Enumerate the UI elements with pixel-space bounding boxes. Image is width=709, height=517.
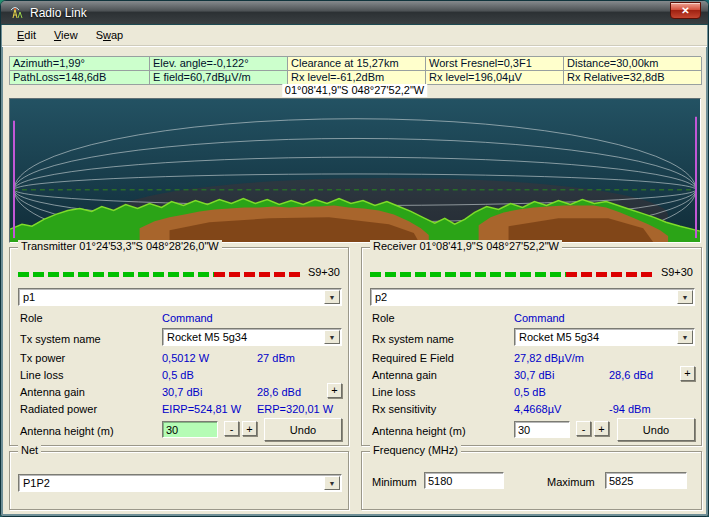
tx-power-label: Tx power (20, 352, 65, 364)
rx-system-combo[interactable]: Rocket M5 5g34 ▼ (514, 328, 695, 346)
rx-height-plus-button[interactable]: + (594, 421, 609, 436)
rx-system-label: Rx system name (372, 333, 454, 345)
info-rx-relative: Rx Relative=32,8dB (564, 71, 702, 85)
rx-role-value: Command (514, 312, 565, 324)
net-title: Net (18, 444, 41, 456)
tx-power-watts: 0,5012 W (162, 352, 209, 364)
info-e-field: E field=60,7dBµV/m (150, 71, 288, 85)
info-distance: Distance=30,00km (564, 57, 702, 71)
menu-item-swap[interactable]: Swap (87, 26, 133, 44)
tx-antenna-height-input[interactable] (162, 421, 218, 438)
info-worst-fresnel: Worst Fresnel=0,3F1 (426, 57, 564, 71)
radio-link-window: Radio Link ✕ Edit View Swap Azimuth=1,99… (0, 0, 709, 517)
rx-role-label: Role (372, 312, 395, 324)
net-combo[interactable]: P1P2 ▼ (18, 474, 342, 492)
rx-gain-dbd: 28,6 dBd (609, 369, 653, 381)
rx-signal-meter (370, 272, 656, 277)
info-rx-level-uv: Rx level=196,04µV (426, 71, 564, 85)
menu-bar: Edit View Swap (2, 25, 707, 46)
receiver-title: Receiver 01°08'41,9"S 048°27'52,2"W (370, 240, 562, 252)
frequency-min-input[interactable] (424, 472, 504, 489)
terrain-profile-svg (10, 99, 700, 242)
rx-meter-green-segment (370, 272, 566, 277)
tx-erp-value: ERP=320,01 W (257, 403, 333, 415)
menu-item-edit[interactable]: Edit (8, 26, 45, 44)
tx-unit-combo[interactable]: p1 ▼ (18, 288, 342, 306)
tx-gain-label: Antenna gain (20, 386, 85, 398)
tx-line-loss-label: Line loss (20, 369, 63, 381)
rx-efield-value: 27,82 dBµV/m (514, 352, 584, 364)
tx-gain-dbd: 28,6 dBd (257, 386, 301, 398)
rx-gain-label: Antenna gain (372, 369, 437, 381)
window-title: Radio Link (30, 6, 87, 20)
tx-height-plus-button[interactable]: + (242, 421, 257, 436)
rx-line-loss-label: Line loss (372, 386, 415, 398)
frequency-title: Frequency (MHz) (370, 444, 461, 456)
info-azimuth: Azimuth=1,99° (10, 57, 150, 71)
tx-system-label: Tx system name (20, 333, 101, 345)
tx-eirp-value: EIRP=524,81 W (162, 403, 241, 415)
tx-power-dbm: 27 dBm (257, 352, 295, 364)
tx-system-combo[interactable]: Rocket M5 5g34 ▼ (162, 328, 342, 346)
info-elev-angle: Elev. angle=-0,122° (150, 57, 288, 71)
rx-sensitivity-uv: 4,4668µV (514, 403, 561, 415)
rx-efield-label: Required E Field (372, 352, 454, 364)
frequency-min-label: Minimum (372, 476, 417, 488)
frequency-max-label: Maximum (547, 476, 595, 488)
rx-sensitivity-dbm: -94 dBm (609, 403, 651, 415)
tx-line-loss-value: 0,5 dB (162, 369, 194, 381)
info-clearance: Clearance at 15,27km (288, 57, 426, 71)
app-icon (9, 5, 24, 20)
menu-item-view[interactable]: View (45, 26, 87, 44)
frequency-panel: Frequency (MHz) Minimum Maximum (361, 451, 702, 510)
tx-smeter-value: S9+30 (308, 266, 340, 278)
frequency-max-input[interactable] (605, 472, 687, 489)
transmitter-title: Transmitter 01°24'53,3"S 048°28'26,0"W (18, 240, 222, 252)
chevron-down-icon[interactable]: ▼ (677, 290, 693, 304)
rx-sensitivity-label: Rx sensitivity (372, 403, 436, 415)
tx-meter-red-segment (214, 272, 304, 277)
rx-smeter-value: S9+30 (661, 266, 693, 278)
tx-gain-plus-button[interactable]: + (327, 383, 342, 398)
close-button[interactable]: ✕ (670, 2, 701, 19)
chevron-down-icon[interactable]: ▼ (677, 330, 693, 344)
rx-meter-red-segment (566, 272, 656, 277)
rx-line-loss-value: 0,5 dB (514, 386, 546, 398)
tx-signal-meter (18, 272, 304, 277)
chevron-down-icon[interactable]: ▼ (324, 290, 340, 304)
net-panel: Net P1P2 ▼ (9, 451, 349, 510)
rx-undo-button[interactable]: Undo (617, 418, 695, 441)
transmitter-panel: Transmitter 01°24'53,3"S 048°28'26,0"W S… (9, 247, 349, 446)
chevron-down-icon[interactable]: ▼ (324, 330, 340, 344)
tx-radiated-label: Radiated power (20, 403, 97, 415)
tx-height-minus-button[interactable]: - (224, 421, 239, 436)
title-bar[interactable]: Radio Link ✕ (1, 1, 708, 25)
cursor-coordinates: 01°08'41,9"S 048°27'52,2"W (282, 84, 427, 97)
link-info-grid: Azimuth=1,99° Elev. angle=-0,122° Cleara… (9, 56, 701, 85)
rx-unit-combo[interactable]: p2 ▼ (370, 288, 695, 306)
tx-role-label: Role (20, 312, 43, 324)
tx-gain-dbi: 30,7 dBi (162, 386, 202, 398)
rx-gain-plus-button[interactable]: + (680, 366, 695, 381)
tx-role-value: Command (162, 312, 213, 324)
rx-antenna-height-input[interactable] (514, 421, 570, 438)
info-rx-level-dbm: Rx level=-61,2dBm (288, 71, 426, 85)
rx-gain-dbi: 30,7 dBi (514, 369, 554, 381)
receiver-panel: Receiver 01°08'41,9"S 048°27'52,2"W S9+3… (361, 247, 702, 446)
rx-height-label: Antenna height (m) (372, 425, 466, 437)
profile-chart (9, 98, 701, 243)
info-pathloss: PathLoss=148,6dB (10, 71, 150, 85)
rx-height-minus-button[interactable]: - (576, 421, 591, 436)
tx-meter-green-segment (18, 272, 214, 277)
tx-height-label: Antenna height (m) (20, 425, 114, 437)
chevron-down-icon[interactable]: ▼ (324, 476, 340, 490)
tx-undo-button[interactable]: Undo (264, 418, 342, 441)
